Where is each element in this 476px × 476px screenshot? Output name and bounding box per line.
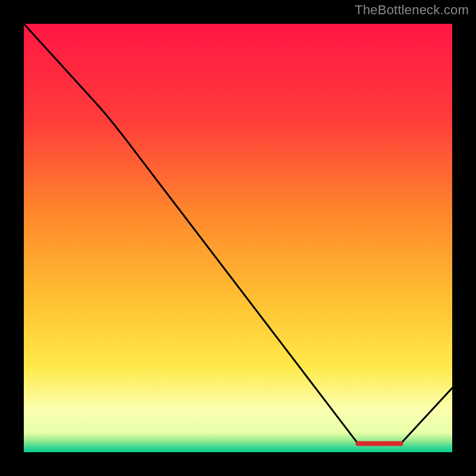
bottleneck-chart <box>24 24 452 452</box>
chart-frame <box>24 24 452 452</box>
watermark-text: TheBottleneck.com <box>355 2 469 18</box>
gradient-background <box>24 24 452 452</box>
